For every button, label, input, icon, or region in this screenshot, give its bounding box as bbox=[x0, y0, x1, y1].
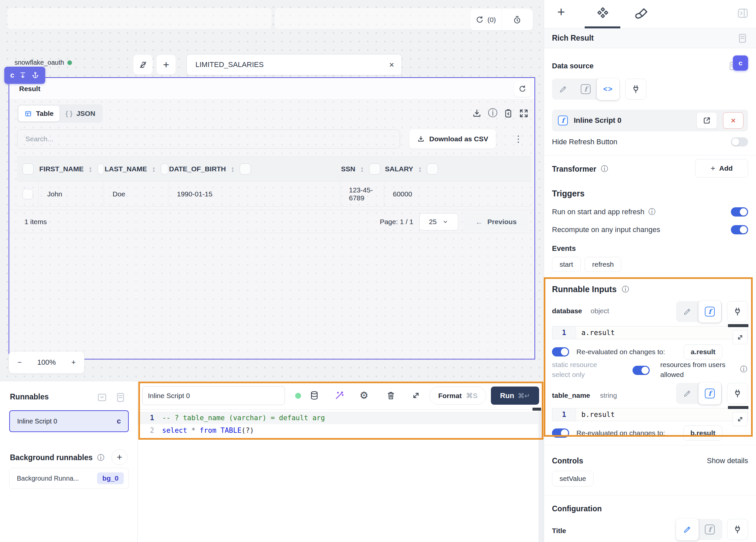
info-icon[interactable]: ⓘ bbox=[648, 208, 656, 216]
sort-icon[interactable]: ↕ bbox=[88, 165, 92, 174]
sort-icon[interactable]: ↕ bbox=[360, 165, 364, 174]
collapse-panel-icon[interactable] bbox=[736, 7, 749, 20]
code-line-2[interactable]: 2 select * from TABLE (?) bbox=[138, 424, 538, 437]
add-transformer-button[interactable]: + Add bbox=[695, 159, 748, 178]
format-button[interactable]: Format ⌘S bbox=[430, 387, 486, 405]
tab-styling-icon[interactable] bbox=[634, 7, 649, 22]
expand-editor-icon[interactable] bbox=[411, 390, 421, 400]
column-checkbox[interactable] bbox=[369, 163, 380, 175]
table-search-input[interactable] bbox=[195, 60, 389, 69]
fullscreen-icon[interactable] bbox=[519, 108, 529, 119]
show-details-link[interactable]: Show details bbox=[707, 457, 748, 465]
column-checkbox[interactable] bbox=[240, 163, 251, 175]
inbox-icon[interactable] bbox=[96, 392, 108, 403]
recompute-toggle[interactable] bbox=[731, 225, 748, 234]
expand-expr-button[interactable] bbox=[733, 412, 747, 426]
info-icon[interactable]: ⓘ bbox=[622, 286, 629, 293]
table-menu-button[interactable]: ⋮ bbox=[512, 132, 524, 146]
code-line-1[interactable]: 1 -- ? table_name (varchar) = default ar… bbox=[138, 412, 538, 424]
event-chip-start[interactable]: start bbox=[552, 257, 581, 272]
table-name-expr-editor[interactable]: 1 b.result bbox=[552, 408, 748, 421]
database-expr-editor[interactable]: 1 a.result bbox=[552, 326, 748, 339]
paste-icon[interactable] bbox=[503, 108, 513, 119]
tab-insert[interactable]: + bbox=[557, 5, 565, 19]
info-icon[interactable]: ⓘ bbox=[740, 366, 747, 373]
column-checkbox[interactable] bbox=[97, 163, 104, 175]
download-icon[interactable] bbox=[472, 108, 482, 119]
sort-icon[interactable]: ↕ bbox=[152, 165, 156, 174]
static-mode-button[interactable] bbox=[676, 301, 699, 322]
sort-icon[interactable]: ↕ bbox=[418, 165, 422, 174]
function-mode-button[interactable]: f bbox=[574, 79, 597, 100]
clear-search-icon[interactable]: × bbox=[389, 60, 394, 69]
sort-icon[interactable]: ↕ bbox=[231, 165, 235, 174]
expand-expr-button[interactable] bbox=[733, 330, 747, 344]
column-checkbox[interactable] bbox=[161, 163, 168, 175]
run-button[interactable]: Run ⌘↵ bbox=[491, 387, 539, 405]
column-header[interactable]: DATE_OF_BIRTH↕ bbox=[168, 157, 340, 181]
add-background-runnable-button[interactable]: + bbox=[112, 449, 127, 465]
rows-search-field[interactable] bbox=[17, 129, 400, 149]
zoom-in-button[interactable]: + bbox=[71, 358, 76, 367]
hide-refresh-toggle[interactable] bbox=[731, 137, 748, 147]
row-checkbox[interactable] bbox=[22, 189, 33, 199]
column-header[interactable]: SALARY↕ bbox=[384, 157, 532, 181]
reeval-toggle[interactable] bbox=[552, 347, 569, 356]
script-name-field[interactable] bbox=[142, 386, 285, 405]
move-down-icon[interactable] bbox=[19, 71, 27, 79]
doc-icon[interactable] bbox=[115, 392, 126, 403]
editor-scrollbar-thumb[interactable] bbox=[533, 408, 541, 411]
result-refresh-button[interactable] bbox=[514, 81, 531, 97]
add-button[interactable]: + bbox=[156, 55, 176, 75]
script-name-input[interactable] bbox=[148, 392, 279, 400]
reeval-target-chip[interactable]: b.result bbox=[683, 425, 722, 441]
connect-mode-button[interactable] bbox=[727, 519, 748, 540]
unlink-button[interactable] bbox=[133, 55, 153, 75]
doc-icon[interactable] bbox=[737, 33, 748, 44]
event-chip-refresh[interactable]: refresh bbox=[585, 257, 621, 272]
column-header[interactable]: LAST_NAME↕ bbox=[104, 157, 168, 181]
column-header[interactable]: SSN↕ bbox=[340, 157, 384, 181]
static-mode-button[interactable] bbox=[676, 519, 699, 540]
attached-script-row[interactable]: f Inline Script 0 × bbox=[552, 110, 748, 131]
static-mode-button[interactable] bbox=[552, 79, 574, 100]
code-area[interactable]: 1 -- ? table_name (varchar) = default ar… bbox=[138, 412, 538, 437]
page-size-select[interactable]: 25 bbox=[419, 213, 458, 230]
function-mode-button[interactable]: f bbox=[699, 301, 721, 322]
rich-result-component[interactable]: Result Table { } JSON ⓘ bbox=[9, 77, 535, 359]
info-icon[interactable]: ⓘ bbox=[97, 454, 104, 461]
zoom-out-button[interactable]: − bbox=[17, 358, 22, 367]
anchor-icon[interactable] bbox=[31, 71, 39, 79]
editor-scrollbar[interactable] bbox=[538, 410, 544, 542]
info-icon[interactable]: ⓘ bbox=[601, 165, 608, 173]
connect-mode-button[interactable] bbox=[727, 301, 748, 322]
app-canvas[interactable]: (0) snowflake_oauth + × c Result bbox=[0, 0, 544, 381]
download-csv-button[interactable]: Download as CSV bbox=[409, 129, 496, 149]
database-icon[interactable] bbox=[309, 390, 319, 400]
function-mode-button[interactable]: f bbox=[699, 519, 721, 540]
column-header[interactable]: FIRST_NAME↕ bbox=[39, 157, 104, 181]
gear-icon[interactable]: ⚙ bbox=[360, 390, 368, 400]
open-script-button[interactable] bbox=[697, 112, 717, 129]
runnable-item-inline-script-0[interactable]: Inline Script 0 c bbox=[9, 410, 129, 432]
table-row[interactable]: John Doe 1990-01-15 123-45-6789 60000 bbox=[17, 182, 532, 207]
code-mode-button[interactable]: <> bbox=[597, 78, 619, 100]
control-chip-setvalue[interactable]: setValue bbox=[552, 471, 594, 487]
function-mode-button[interactable]: f bbox=[699, 383, 721, 404]
selection-chip[interactable]: c bbox=[4, 67, 45, 84]
tab-json[interactable]: { } JSON bbox=[59, 106, 101, 121]
tab-components-icon[interactable] bbox=[595, 7, 610, 22]
background-runnable-item[interactable]: Background Runna... bg_0 bbox=[9, 468, 129, 489]
info-icon[interactable]: ⓘ bbox=[488, 108, 498, 118]
connect-mode-button[interactable] bbox=[625, 79, 646, 100]
detach-script-button[interactable]: × bbox=[723, 112, 743, 129]
reeval-toggle[interactable] bbox=[552, 428, 569, 438]
history-button[interactable] bbox=[502, 9, 533, 30]
table-search-field[interactable]: × bbox=[187, 54, 402, 75]
tab-table[interactable]: Table bbox=[18, 106, 59, 121]
reeval-target-chip[interactable]: a.result bbox=[684, 344, 722, 359]
select-all-checkbox[interactable] bbox=[22, 163, 34, 175]
trash-icon[interactable] bbox=[386, 390, 396, 400]
rows-search-input[interactable] bbox=[25, 135, 392, 143]
previous-page-button[interactable]: ← Previous bbox=[464, 213, 528, 231]
